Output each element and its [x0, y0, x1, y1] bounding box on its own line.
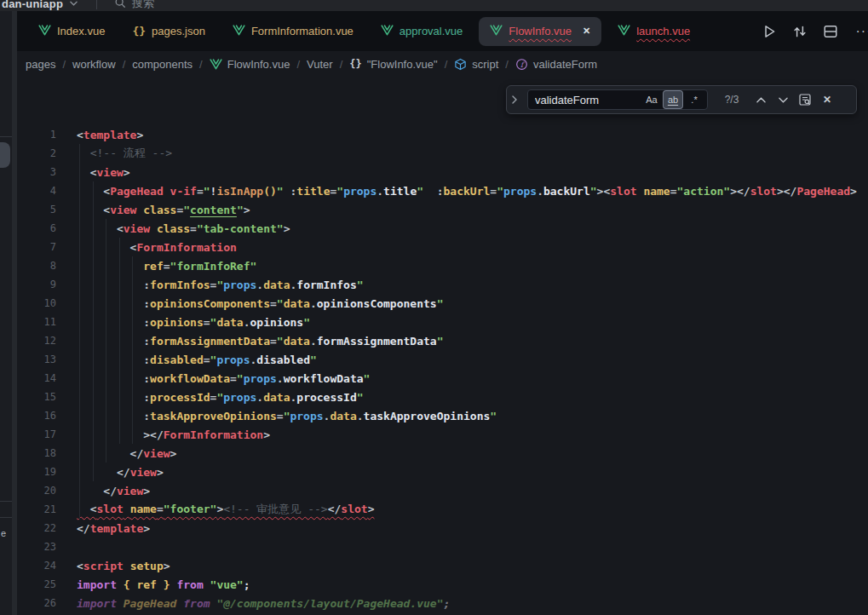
line-text[interactable]: <template> [56, 129, 143, 141]
code-token: ; [244, 578, 250, 591]
regex-toggle[interactable]: .* [685, 91, 704, 108]
code-line[interactable]: 19 </view> [17, 463, 868, 481]
close-icon[interactable]: ✕ [583, 26, 590, 37]
braces-icon: {} [349, 58, 361, 70]
code-token: processId [296, 391, 356, 404]
match-case-toggle[interactable]: Aa [642, 91, 661, 108]
breadcrumb-item-flowinfo-vue[interactable]: {}"FlowInfo.vue" [349, 58, 437, 71]
breadcrumb-item-script[interactable]: script [454, 58, 498, 71]
find-input[interactable] [535, 94, 640, 106]
line-text[interactable]: :workflowData="props.workflowData" [56, 372, 370, 385]
line-text[interactable]: <PageHead v-if="!isInApp()" :title="prop… [56, 185, 857, 198]
line-text[interactable]: :opinionsComponents="data.opinionsCompon… [56, 297, 444, 310]
find-next-button[interactable] [774, 91, 791, 108]
code-line[interactable]: 4 <PageHead v-if="!isInApp()" :title="pr… [17, 181, 868, 200]
line-text[interactable]: :formInfos="props.data.formInfos" [56, 279, 364, 291]
breadcrumb-item-pages[interactable]: pages [26, 58, 55, 71]
find-in-selection-button[interactable] [796, 91, 813, 108]
line-number: 8 [17, 260, 56, 272]
line-text[interactable]: import PageHead from "@/components/layou… [56, 597, 450, 610]
line-text[interactable]: </view> [56, 447, 176, 460]
code-line[interactable]: 7 <FormInformation [17, 238, 868, 256]
find-expand-toggle[interactable] [507, 86, 522, 113]
tab-forminformation-vue[interactable]: FormInformation.vue [221, 17, 365, 46]
code-line[interactable]: 22</template> [17, 519, 868, 537]
code-line[interactable]: 25import { ref } from "vue"; [17, 575, 868, 594]
line-number: 4 [17, 185, 56, 197]
line-text[interactable]: <view class="content"> [56, 204, 250, 216]
code-line[interactable]: 5 <view class="content"> [17, 200, 868, 219]
line-text[interactable]: <view> [56, 166, 130, 179]
code-line[interactable]: 3 <view> [17, 163, 868, 181]
breadcrumb-item-flowinfo-vue[interactable]: FlowInfo.vue [210, 58, 290, 71]
line-text[interactable]: </view> [56, 485, 150, 497]
rail-border[interactable] [12, 11, 17, 615]
tab-pages-json[interactable]: {}pages.json [121, 17, 216, 46]
split-editor-icon[interactable] [822, 23, 839, 40]
find-previous-button[interactable] [752, 91, 769, 108]
code-line[interactable]: 16 :taskApproveOpinions="props.data.task… [17, 406, 868, 425]
global-search[interactable]: 搜索 [114, 0, 154, 11]
editor-actions: ··· [761, 23, 868, 40]
line-text[interactable]: :opinions="data.opinions" [56, 316, 310, 329]
breadcrumb-item-components[interactable]: components [132, 58, 193, 71]
code-line[interactable]: 17 ></FormInformation> [17, 425, 868, 444]
code-token: : [77, 372, 150, 385]
code-token: > [284, 222, 290, 235]
line-text[interactable]: <view class="tab-content"> [56, 222, 290, 235]
code-line[interactable]: 26import PageHead from "@/components/lay… [17, 594, 868, 612]
tab-index-vue[interactable]: Index.vue [27, 17, 116, 46]
code-line[interactable]: 20 </view> [17, 481, 868, 500]
code-line[interactable]: 1<template> [17, 125, 868, 144]
code-token: </ [77, 522, 90, 535]
code-token: disabled [256, 353, 310, 366]
line-text[interactable]: <!-- 流程 --> [56, 146, 172, 161]
code-line[interactable]: 2 <!-- 流程 --> [17, 144, 868, 163]
code-line[interactable]: 11 :opinions="data.opinions" [17, 313, 868, 331]
breadcrumb-item-validateform[interactable]: fvalidateForm [515, 58, 597, 71]
code-line[interactable]: 9 :formInfos="props.data.formInfos" [17, 275, 868, 294]
code-token: view [96, 166, 123, 179]
chevron-down-icon[interactable] [70, 1, 78, 6]
project-name[interactable]: dan-uniapp [2, 0, 63, 10]
tab-launch-vue[interactable]: launch.vue [606, 17, 701, 46]
code-line[interactable]: 24<script setup> [17, 556, 868, 575]
find-close-button[interactable]: ✕ [819, 91, 836, 108]
code-token: . [256, 279, 263, 291]
code-line[interactable]: 23 [17, 537, 868, 556]
code-token: : [77, 279, 150, 291]
line-text[interactable]: :formAssignmentData="data.formAssignment… [56, 335, 444, 348]
code-line[interactable]: 12 :formAssignmentData="data.formAssignm… [17, 331, 868, 350]
line-text[interactable]: :taskApproveOpinions="props.data.taskApp… [56, 410, 497, 422]
line-text[interactable]: :disabled="props.disabled" [56, 353, 317, 366]
line-text[interactable]: </template> [56, 522, 150, 535]
breadcrumb-item-vuter[interactable]: Vuter [307, 58, 333, 71]
line-text[interactable]: <slot name="footer"><!-- 审批意见 --></slot> [56, 502, 374, 517]
line-text[interactable]: ></FormInformation> [56, 428, 270, 441]
code-line[interactable]: 13 :disabled="props.disabled" [17, 350, 868, 369]
code-line[interactable]: 15 :processId="props.data.processId" [17, 388, 868, 406]
compare-changes-icon[interactable] [791, 23, 808, 40]
tab-approval-vue[interactable]: approval.vue [370, 17, 474, 46]
code-editor[interactable]: 1<template>2 <!-- 流程 -->3 <view>4 <PageH… [17, 125, 868, 612]
rail-selected-item[interactable] [0, 142, 10, 168]
code-line[interactable]: 18 </view> [17, 444, 868, 463]
code-line[interactable]: 6 <view class="tab-content"> [17, 219, 868, 238]
code-line[interactable]: 8 ref="formInfoRef" [17, 256, 868, 275]
code-line[interactable]: 21 <slot name="footer"><!-- 审批意见 --></sl… [17, 500, 868, 519]
breadcrumb-label: workflow [72, 58, 116, 71]
code-line[interactable]: 14 :workflowData="props.workflowData" [17, 369, 868, 388]
whole-word-toggle[interactable]: ab [664, 91, 682, 108]
line-text[interactable]: </view> [56, 466, 164, 479]
code-line[interactable]: 10 :opinionsComponents="data.opinionsCom… [17, 294, 868, 313]
more-icon[interactable]: ··· [853, 23, 868, 40]
breadcrumb-item-workflow[interactable]: workflow [72, 58, 116, 71]
line-text[interactable]: :processId="props.data.processId" [56, 391, 364, 404]
code-token: slot [96, 503, 123, 515]
line-text[interactable]: ref="formInfoRef" [56, 260, 256, 273]
run-icon[interactable] [761, 23, 778, 40]
line-text[interactable]: <FormInformation [56, 241, 237, 254]
line-text[interactable]: <script setup> [56, 560, 170, 572]
line-text[interactable]: import { ref } from "vue"; [56, 578, 250, 591]
tab-flowinfo-vue[interactable]: FlowInfo.vue✕ [479, 17, 601, 46]
